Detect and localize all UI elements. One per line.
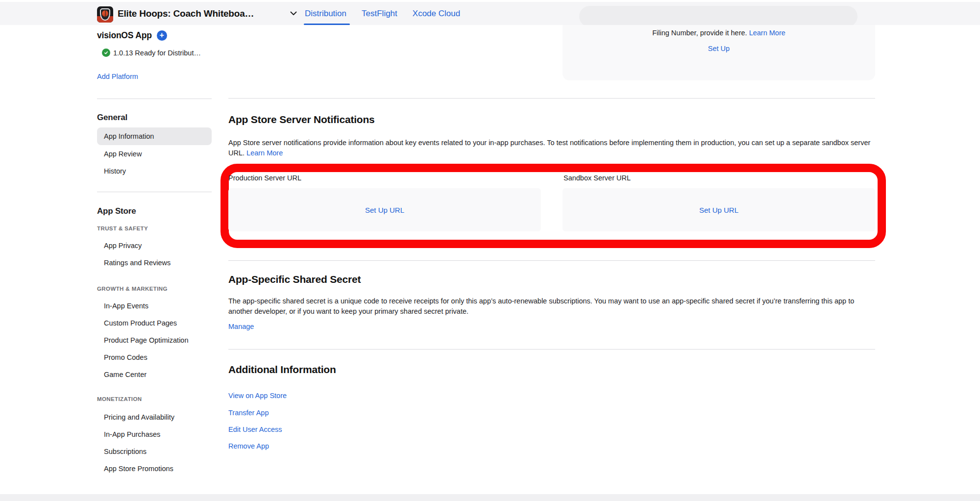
server-notifications-description-text: App Store server notifications provide i… [228, 139, 870, 157]
sandbox-server-url-label: Sandbox Server URL [564, 174, 631, 182]
sidebar-item-in-app-purchases[interactable]: In-App Purchases [97, 427, 212, 442]
additional-info-title: Additional Information [228, 364, 336, 376]
view-on-app-store-row: View on App Store [228, 391, 287, 401]
sandbox-server-url-box: Set Up URL [563, 188, 875, 231]
sidebar-divider [97, 99, 212, 99]
sidebar-item-app-store-promotions[interactable]: App Store Promotions [97, 461, 212, 476]
sidebar-heading-growth-marketing: GROWTH & MARKETING [97, 286, 168, 292]
view-on-app-store-link[interactable]: View on App Store [228, 392, 287, 400]
sidebar-item-subscriptions[interactable]: Subscriptions [97, 444, 212, 459]
main-nav-tabs: Distribution TestFlight Xcode Cloud [305, 2, 460, 25]
checkmark-icon [102, 49, 110, 57]
tab-xcode-cloud[interactable]: Xcode Cloud [413, 9, 460, 19]
sidebar-item-app-review[interactable]: App Review [97, 147, 212, 161]
shared-secret-description: The app-specific shared secret is a uniq… [228, 296, 880, 317]
server-notifications-title: App Store Server Notifications [228, 114, 375, 125]
version-status-label: 1.0.13 Ready for Distribut… [113, 49, 201, 57]
notice-learn-more-link[interactable]: Learn More [749, 29, 785, 37]
app-icon [97, 6, 113, 23]
tab-distribution[interactable]: Distribution [305, 9, 346, 19]
sidebar-item-pricing-and-availability[interactable]: Pricing and Availability [97, 410, 212, 425]
notice-text-body: Filing Number, provide it here. [652, 29, 747, 37]
notice-set-up-link[interactable]: Set Up [708, 45, 730, 52]
sidebar-heading-trust-safety: TRUST & SAFETY [97, 225, 148, 231]
sidebar-item-app-privacy[interactable]: App Privacy [97, 238, 212, 253]
server-notifications-description: App Store server notifications provide i… [228, 138, 880, 158]
section-divider [228, 260, 875, 261]
shared-secret-title: App-Specific Shared Secret [228, 274, 361, 285]
transfer-app-link[interactable]: Transfer App [228, 409, 269, 417]
sidebar-item-in-app-events[interactable]: In-App Events [97, 299, 212, 313]
sidebar-heading-app-store: App Store [97, 206, 136, 216]
edit-user-access-row: Edit User Access [228, 425, 282, 434]
tab-testflight[interactable]: TestFlight [362, 9, 397, 19]
notice-text: Filing Number, provide it here. Learn Mo… [563, 29, 875, 37]
app-title[interactable]: Elite Hoops: Coach Whiteboa… [118, 2, 254, 25]
sidebar-item-product-page-optimization[interactable]: Product Page Optimization [97, 333, 212, 348]
add-platform-link[interactable]: Add Platform [97, 73, 138, 80]
section-divider [228, 349, 875, 350]
production-server-url-box: Set Up URL [228, 188, 541, 231]
platform-name: visionOS App [97, 30, 152, 41]
chevron-down-icon[interactable] [290, 11, 297, 16]
version-status-row[interactable]: 1.0.13 Ready for Distribut… [102, 49, 201, 57]
sidebar-item-ratings-and-reviews[interactable]: Ratings and Reviews [97, 255, 212, 270]
sidebar-heading-monetization: MONETIZATION [97, 396, 142, 402]
section-divider [228, 98, 875, 99]
sidebar-item-custom-product-pages[interactable]: Custom Product Pages [97, 316, 212, 330]
sidebar-item-promo-codes[interactable]: Promo Codes [97, 350, 212, 365]
active-tab-underline [304, 24, 350, 25]
add-version-plus-icon[interactable]: + [157, 30, 167, 41]
sidebar-item-app-information[interactable]: App Information [97, 127, 212, 145]
sandbox-set-up-url-link[interactable]: Set Up URL [699, 206, 738, 214]
basketball-icon [102, 10, 108, 17]
remove-app-row: Remove App [228, 441, 269, 451]
transfer-app-row: Transfer App [228, 408, 269, 418]
production-server-url-label: Production Server URL [228, 174, 301, 182]
sidebar-item-game-center[interactable]: Game Center [97, 367, 212, 382]
manage-link-row: Manage [228, 322, 254, 331]
header-ghost-shape [579, 6, 858, 27]
edit-user-access-link[interactable]: Edit User Access [228, 426, 282, 433]
bottom-bar [0, 494, 980, 501]
sidebar-item-history[interactable]: History [97, 164, 212, 178]
sidebar-heading-general: General [97, 113, 127, 123]
app-store-connect-page: Elite Hoops: Coach Whiteboa… Distributio… [0, 0, 980, 501]
remove-app-link[interactable]: Remove App [228, 442, 269, 450]
notice-card: Filing Number, provide it here. Learn Mo… [563, 25, 875, 80]
manage-link[interactable]: Manage [228, 323, 254, 330]
production-set-up-url-link[interactable]: Set Up URL [365, 206, 404, 214]
sidebar-divider [97, 192, 212, 192]
top-header-bar: Elite Hoops: Coach Whiteboa… Distributio… [0, 2, 980, 25]
server-notifications-learn-more-link[interactable]: Learn More [246, 149, 283, 157]
